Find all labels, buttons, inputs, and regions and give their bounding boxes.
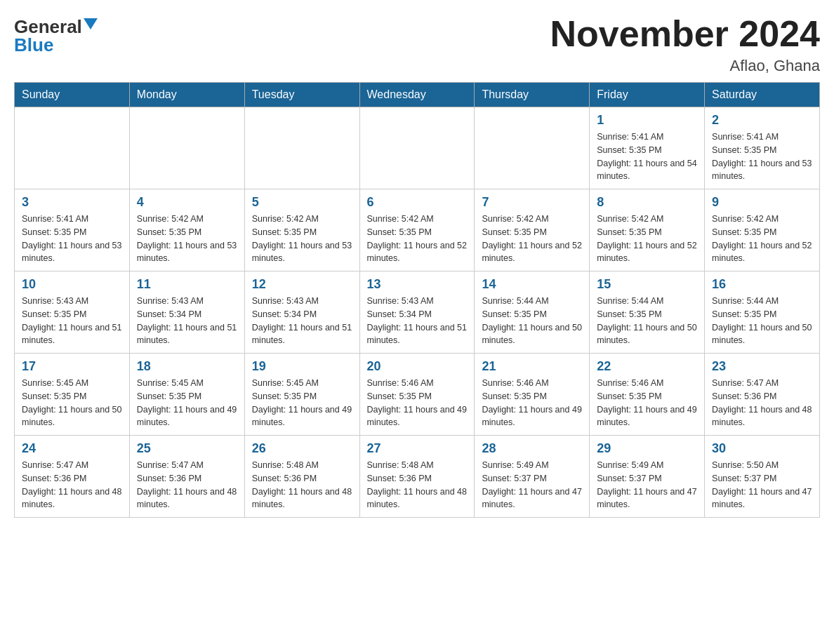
day-info: Sunrise: 5:42 AM Sunset: 5:35 PM Dayligh… [252, 213, 352, 265]
calendar-cell: 18Sunrise: 5:45 AM Sunset: 5:35 PM Dayli… [129, 354, 244, 436]
day-info: Sunrise: 5:46 AM Sunset: 5:35 PM Dayligh… [367, 377, 468, 429]
day-info: Sunrise: 5:41 AM Sunset: 5:35 PM Dayligh… [597, 130, 697, 183]
calendar-cell: 16Sunrise: 5:44 AM Sunset: 5:35 PM Dayli… [705, 271, 820, 354]
day-info: Sunrise: 5:42 AM Sunset: 5:35 PM Dayligh… [712, 213, 812, 265]
day-number: 4 [137, 195, 237, 210]
logo-blue-text: Blue [14, 36, 53, 54]
day-header-wednesday: Wednesday [359, 83, 475, 107]
day-number: 26 [252, 441, 352, 456]
day-info: Sunrise: 5:49 AM Sunset: 5:37 PM Dayligh… [597, 459, 697, 511]
logo-general-text: General [14, 18, 82, 36]
day-number: 16 [712, 277, 812, 292]
logo-triangle-icon [84, 18, 98, 29]
day-info: Sunrise: 5:43 AM Sunset: 5:34 PM Dayligh… [252, 295, 352, 347]
day-info: Sunrise: 5:44 AM Sunset: 5:35 PM Dayligh… [712, 295, 812, 347]
day-number: 6 [367, 195, 468, 210]
calendar-cell: 5Sunrise: 5:42 AM Sunset: 5:35 PM Daylig… [244, 189, 359, 271]
calendar-cell: 12Sunrise: 5:43 AM Sunset: 5:34 PM Dayli… [244, 271, 359, 354]
month-title: November 2024 [550, 14, 820, 54]
calendar-cell: 14Sunrise: 5:44 AM Sunset: 5:35 PM Dayli… [475, 271, 590, 354]
day-info: Sunrise: 5:45 AM Sunset: 5:35 PM Dayligh… [137, 377, 237, 429]
day-number: 7 [482, 195, 582, 210]
day-number: 29 [597, 441, 697, 456]
calendar-cell [15, 107, 130, 189]
logo: General Blue [14, 14, 98, 54]
day-info: Sunrise: 5:43 AM Sunset: 5:34 PM Dayligh… [137, 295, 237, 347]
day-number: 1 [597, 113, 697, 128]
calendar-cell: 30Sunrise: 5:50 AM Sunset: 5:37 PM Dayli… [705, 436, 820, 518]
calendar-cell: 28Sunrise: 5:49 AM Sunset: 5:37 PM Dayli… [475, 436, 590, 518]
calendar-cell: 17Sunrise: 5:45 AM Sunset: 5:35 PM Dayli… [15, 354, 130, 436]
calendar-cell: 8Sunrise: 5:42 AM Sunset: 5:35 PM Daylig… [590, 189, 705, 271]
day-number: 13 [367, 277, 468, 292]
calendar-cell: 13Sunrise: 5:43 AM Sunset: 5:34 PM Dayli… [359, 271, 475, 354]
calendar-cell: 7Sunrise: 5:42 AM Sunset: 5:35 PM Daylig… [475, 189, 590, 271]
calendar-cell: 25Sunrise: 5:47 AM Sunset: 5:36 PM Dayli… [129, 436, 244, 518]
calendar-cell: 6Sunrise: 5:42 AM Sunset: 5:35 PM Daylig… [359, 189, 475, 271]
day-number: 30 [712, 441, 812, 456]
day-info: Sunrise: 5:43 AM Sunset: 5:35 PM Dayligh… [22, 295, 122, 347]
day-number: 21 [482, 359, 582, 374]
day-info: Sunrise: 5:45 AM Sunset: 5:35 PM Dayligh… [22, 377, 122, 429]
day-info: Sunrise: 5:42 AM Sunset: 5:35 PM Dayligh… [137, 213, 237, 265]
calendar-header-row: SundayMondayTuesdayWednesdayThursdayFrid… [15, 83, 820, 107]
calendar-cell: 26Sunrise: 5:48 AM Sunset: 5:36 PM Dayli… [244, 436, 359, 518]
day-number: 22 [597, 359, 697, 374]
week-row-4: 17Sunrise: 5:45 AM Sunset: 5:35 PM Dayli… [15, 354, 820, 436]
location-title: Aflao, Ghana [550, 57, 820, 75]
day-info: Sunrise: 5:47 AM Sunset: 5:36 PM Dayligh… [137, 459, 237, 511]
day-number: 2 [712, 113, 812, 128]
calendar-cell: 21Sunrise: 5:46 AM Sunset: 5:35 PM Dayli… [475, 354, 590, 436]
day-number: 25 [137, 441, 237, 456]
calendar-cell [359, 107, 475, 189]
day-info: Sunrise: 5:43 AM Sunset: 5:34 PM Dayligh… [367, 295, 468, 347]
day-number: 27 [367, 441, 468, 456]
header: General Blue November 2024 Aflao, Ghana [14, 14, 820, 75]
title-area: November 2024 Aflao, Ghana [550, 14, 820, 75]
day-number: 12 [252, 277, 352, 292]
day-info: Sunrise: 5:48 AM Sunset: 5:36 PM Dayligh… [367, 459, 468, 511]
calendar-cell: 4Sunrise: 5:42 AM Sunset: 5:35 PM Daylig… [129, 189, 244, 271]
day-info: Sunrise: 5:45 AM Sunset: 5:35 PM Dayligh… [252, 377, 352, 429]
day-number: 23 [712, 359, 812, 374]
day-number: 24 [22, 441, 122, 456]
calendar-cell: 27Sunrise: 5:48 AM Sunset: 5:36 PM Dayli… [359, 436, 475, 518]
day-info: Sunrise: 5:42 AM Sunset: 5:35 PM Dayligh… [597, 213, 697, 265]
week-row-2: 3Sunrise: 5:41 AM Sunset: 5:35 PM Daylig… [15, 189, 820, 271]
calendar-cell: 19Sunrise: 5:45 AM Sunset: 5:35 PM Dayli… [244, 354, 359, 436]
day-number: 10 [22, 277, 122, 292]
day-info: Sunrise: 5:42 AM Sunset: 5:35 PM Dayligh… [367, 213, 468, 265]
day-number: 19 [252, 359, 352, 374]
calendar-table: SundayMondayTuesdayWednesdayThursdayFrid… [14, 82, 820, 518]
day-number: 20 [367, 359, 468, 374]
calendar-cell: 2Sunrise: 5:41 AM Sunset: 5:35 PM Daylig… [705, 107, 820, 189]
day-header-monday: Monday [129, 83, 244, 107]
calendar-cell: 24Sunrise: 5:47 AM Sunset: 5:36 PM Dayli… [15, 436, 130, 518]
day-info: Sunrise: 5:41 AM Sunset: 5:35 PM Dayligh… [712, 130, 812, 183]
calendar-cell: 10Sunrise: 5:43 AM Sunset: 5:35 PM Dayli… [15, 271, 130, 354]
day-number: 28 [482, 441, 582, 456]
day-info: Sunrise: 5:42 AM Sunset: 5:35 PM Dayligh… [482, 213, 582, 265]
day-number: 17 [22, 359, 122, 374]
calendar-cell: 9Sunrise: 5:42 AM Sunset: 5:35 PM Daylig… [705, 189, 820, 271]
calendar-cell: 20Sunrise: 5:46 AM Sunset: 5:35 PM Dayli… [359, 354, 475, 436]
calendar-cell: 23Sunrise: 5:47 AM Sunset: 5:36 PM Dayli… [705, 354, 820, 436]
day-number: 5 [252, 195, 352, 210]
day-number: 8 [597, 195, 697, 210]
day-header-thursday: Thursday [475, 83, 590, 107]
calendar-cell: 15Sunrise: 5:44 AM Sunset: 5:35 PM Dayli… [590, 271, 705, 354]
calendar-cell: 11Sunrise: 5:43 AM Sunset: 5:34 PM Dayli… [129, 271, 244, 354]
week-row-3: 10Sunrise: 5:43 AM Sunset: 5:35 PM Dayli… [15, 271, 820, 354]
day-number: 9 [712, 195, 812, 210]
calendar-cell: 29Sunrise: 5:49 AM Sunset: 5:37 PM Dayli… [590, 436, 705, 518]
day-number: 14 [482, 277, 582, 292]
day-info: Sunrise: 5:48 AM Sunset: 5:36 PM Dayligh… [252, 459, 352, 511]
calendar-cell: 22Sunrise: 5:46 AM Sunset: 5:35 PM Dayli… [590, 354, 705, 436]
calendar-cell: 3Sunrise: 5:41 AM Sunset: 5:35 PM Daylig… [15, 189, 130, 271]
calendar-cell [244, 107, 359, 189]
calendar-cell [129, 107, 244, 189]
day-info: Sunrise: 5:47 AM Sunset: 5:36 PM Dayligh… [22, 459, 122, 511]
day-number: 15 [597, 277, 697, 292]
day-header-friday: Friday [590, 83, 705, 107]
day-info: Sunrise: 5:44 AM Sunset: 5:35 PM Dayligh… [482, 295, 582, 347]
